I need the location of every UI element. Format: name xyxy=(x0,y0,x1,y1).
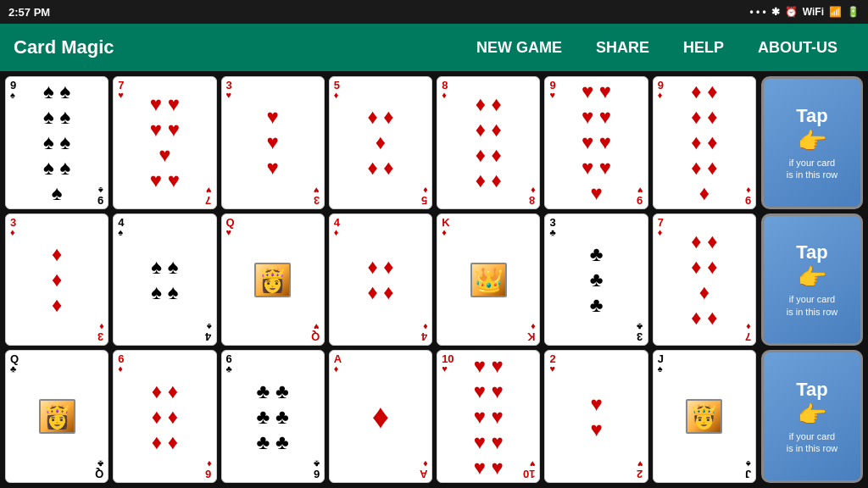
card-0-4[interactable]: 8 ♦ ♦ 8 ♦ ♦♦ ♦♦ ♦♦ ♦ xyxy=(437,76,540,209)
card-1-6[interactable]: 7 ♦ ♦ 7 ♦ ♦♦ ♦♦♦ ♦ xyxy=(653,214,756,347)
status-icons: • • • ✱ ⏰ WiFi 📶 🔋 xyxy=(750,6,860,18)
card-grid: 9 ♠ ♠ 9 ♠ ♠♠ ♠♠ ♠♠ ♠♠ 7 ♥ ♥ 7 ♥ ♥♥ ♥♥♥ ♥… xyxy=(5,76,756,483)
card-0-0[interactable]: 9 ♠ ♠ 9 ♠ ♠♠ ♠♠ ♠♠ ♠♠ xyxy=(5,76,108,209)
main-content: 9 ♠ ♠ 9 ♠ ♠♠ ♠♠ ♠♠ ♠♠ 7 ♥ ♥ 7 ♥ ♥♥ ♥♥♥ ♥… xyxy=(0,71,868,488)
card-1-1[interactable]: 4 ♠ ♠ 4 ♠ ♠♠ ♠ xyxy=(113,214,216,347)
tap-subtext-1: if your cardis in this row xyxy=(787,293,838,318)
tap-button-row-2[interactable]: Tap 👉 if your cardis in this row xyxy=(761,350,863,483)
about-us-button[interactable]: ABOUT-US xyxy=(741,24,854,71)
tap-button-row-0[interactable]: Tap 👉 if your cardis in this row xyxy=(761,76,863,209)
tap-icon-0: 👉 xyxy=(798,127,827,155)
share-button[interactable]: SHARE xyxy=(579,24,666,71)
card-2-4[interactable]: 10 ♥ ♥ 10 ♥ ♥♥ ♥♥ ♥♥ ♥♥ ♥ xyxy=(437,350,540,483)
tap-panel: Tap 👉 if your cardis in this row Tap 👉 i… xyxy=(761,76,863,483)
card-2-1[interactable]: 6 ♦ ♦ 6 ♦ ♦♦ ♦♦ ♦ xyxy=(113,350,216,483)
card-2-5[interactable]: 2 ♥ ♥ 2 ♥♥ xyxy=(544,350,648,483)
card-1-0[interactable]: 3 ♦ ♦ 3 ♦♦♦ xyxy=(5,214,108,347)
tap-icon-2: 👉 xyxy=(798,401,827,429)
card-0-6[interactable]: 9 ♦ ♦ 9 ♦ ♦♦ ♦♦ ♦♦ ♦♦ xyxy=(653,76,756,209)
tap-label-1: Tap xyxy=(796,241,827,263)
card-row-1: 3 ♦ ♦ 3 ♦♦♦ 4 ♠ ♠ 4 ♠ ♠♠ ♠ Q ♥ ♥ Q 👸 4 ♦ xyxy=(5,214,756,347)
card-1-2[interactable]: Q ♥ ♥ Q 👸 xyxy=(221,214,325,347)
tap-button-row-1[interactable]: Tap 👉 if your cardis in this row xyxy=(761,214,863,347)
tap-icon-1: 👉 xyxy=(798,263,827,291)
status-bar: 2:57 PM • • • ✱ ⏰ WiFi 📶 🔋 xyxy=(0,0,868,24)
tap-label-2: Tap xyxy=(796,379,827,401)
card-2-6[interactable]: J ♠ ♠ J 🤴 xyxy=(653,350,756,483)
card-0-1[interactable]: 7 ♥ ♥ 7 ♥ ♥♥ ♥♥♥ ♥ xyxy=(113,76,216,209)
card-0-5[interactable]: 9 ♥ ♥ 9 ♥ ♥♥ ♥♥ ♥♥ ♥♥ xyxy=(544,76,648,209)
tap-subtext-2: if your cardis in this row xyxy=(787,430,838,455)
tap-subtext-0: if your cardis in this row xyxy=(787,157,838,181)
card-2-3[interactable]: A ♦ ♦ A ♦ xyxy=(329,350,432,483)
card-1-3[interactable]: 4 ♦ ♦ 4 ♦ ♦♦ ♦ xyxy=(329,214,432,347)
card-row-2: Q ♣ ♣ Q 👸 6 ♦ ♦ 6 ♦ ♦♦ ♦♦ ♦ 6 ♣ ♣ 6 ♣ ♣♣… xyxy=(5,350,756,483)
header: Card Magic NEW GAME SHARE HELP ABOUT-US xyxy=(0,24,868,71)
app-title: Card Magic xyxy=(14,36,459,58)
new-game-button[interactable]: NEW GAME xyxy=(459,24,579,71)
card-0-3[interactable]: 5 ♦ ♦ 5 ♦ ♦♦♦ ♦ xyxy=(329,76,432,209)
help-button[interactable]: HELP xyxy=(666,24,741,71)
card-0-2[interactable]: 3 ♥ ♥ 3 ♥♥♥ xyxy=(221,76,325,209)
tap-label-0: Tap xyxy=(796,105,827,127)
time: 2:57 PM xyxy=(8,6,50,19)
card-2-2[interactable]: 6 ♣ ♣ 6 ♣ ♣♣ ♣♣ ♣ xyxy=(221,350,325,483)
card-row-0: 9 ♠ ♠ 9 ♠ ♠♠ ♠♠ ♠♠ ♠♠ 7 ♥ ♥ 7 ♥ ♥♥ ♥♥♥ ♥… xyxy=(5,76,756,209)
card-1-4[interactable]: K ♦ ♦ K 👑 xyxy=(437,214,540,347)
card-2-0[interactable]: Q ♣ ♣ Q 👸 xyxy=(5,350,108,483)
card-1-5[interactable]: 3 ♣ ♣ 3 ♣♣♣ xyxy=(544,214,648,347)
